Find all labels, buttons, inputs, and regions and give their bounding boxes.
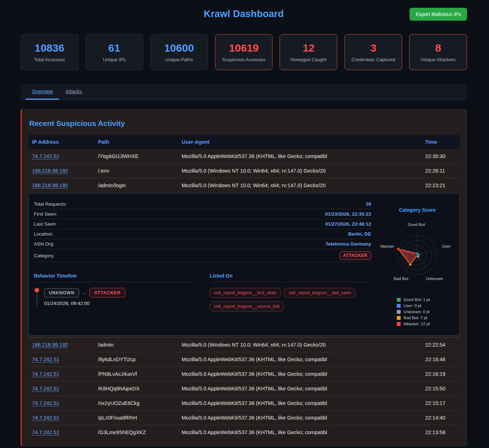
column-header-user-agent: User-Agent	[178, 135, 422, 149]
path-cell: /G3Lme9ShEQgXKZ	[94, 425, 178, 439]
category-row: Category: ATTACKER	[34, 249, 371, 262]
panel-title: Recent Suspicious Activity	[29, 119, 460, 128]
category-label: Category:	[34, 253, 55, 258]
tab-attacks[interactable]: Attacks	[59, 84, 88, 100]
behavior-timeline-title: Behavior Timeline	[34, 273, 196, 282]
stat-label: Credentials Captured	[352, 57, 395, 62]
table-row: 74.7.242.51/nx2yUOZuE6CkgMozilla/5.0 App…	[28, 396, 460, 410]
timeline-to-badge: ATTACKER	[89, 288, 125, 297]
legend-item: Attacker: 12 pt	[397, 322, 454, 326]
ip-cell: 74.7.242.51	[28, 425, 94, 439]
behavior-timeline-section: Behavior Timeline UNKNOWN → ATTACKER	[34, 273, 196, 311]
ip-cell: 74.7.242.51	[28, 411, 94, 425]
time-cell: 22:15:17	[422, 396, 460, 410]
stats-row: 10836Total Accesses61Unique IPs10600Uniq…	[21, 34, 467, 70]
field-label: ASN Org:	[34, 241, 54, 247]
ip-link[interactable]: 74.7.242.51	[32, 400, 59, 406]
table-row: 188.218.99.192/.envMozilla/5.0 (Windows …	[28, 163, 460, 178]
field-value: 01/23/2026, 22:35:23	[325, 211, 371, 217]
ip-cell: 74.7.242.51	[28, 381, 94, 396]
ip-link[interactable]: 74.7.242.51	[32, 415, 59, 421]
legend-item: Good Bot: 1 pt	[397, 297, 454, 302]
tab-overview[interactable]: Overview	[26, 84, 59, 100]
ip-link[interactable]: 74.7.242.51	[32, 429, 59, 435]
ip-link[interactable]: 188.218.99.192	[32, 342, 68, 348]
table-rows-after: 188.218.99.192/adminMozilla/5.0 (Windows…	[28, 337, 460, 439]
legend-item: Bad Bot: 7 pt	[397, 316, 454, 320]
column-header-path: Path	[94, 135, 178, 149]
ip-link[interactable]: 188.218.99.192	[32, 183, 68, 188]
arrow-right-icon: →	[82, 290, 87, 295]
stat-label: Total Accesses	[34, 57, 65, 62]
stat-value: 3	[370, 42, 376, 54]
column-header-ip-address: IP Address	[28, 135, 94, 149]
column-header-time: Time	[422, 135, 460, 149]
user-agent-cell: Mozilla/5.0 (Windows NT 10.0; Win64; x64…	[178, 338, 422, 352]
detail-left-column: Total Requests:39First Seen:01/23/2026, …	[34, 199, 380, 326]
table-rows-before: 74.7.242.51/YiqykGI13WHXEMozilla/5.0 App…	[28, 149, 460, 193]
table-row: 74.7.242.51/G3Lme9ShEQgXKZMozilla/5.0 Ap…	[28, 425, 460, 439]
category-attacker-badge: ATTACKER	[339, 251, 371, 260]
user-agent-cell: Mozilla/5.0 AppleWebKit/537.36 (KHTML, l…	[178, 425, 422, 439]
stat-card-honeypot-caught: 12Honeypot Caught	[280, 34, 337, 70]
user-agent-cell: Mozilla/5.0 (Windows NT 10.0; Win64; x64…	[178, 164, 422, 178]
time-cell: 22:13:58	[422, 425, 460, 439]
path-cell: /8ykdLnDYTi2cp	[94, 352, 178, 367]
ip-link[interactable]: 74.7.242.51	[32, 386, 59, 391]
legend-label: Bad Bot: 7 pt	[404, 316, 427, 320]
ip-cell: 188.218.99.192	[28, 178, 94, 193]
table-row: 188.218.99.192/admin/loginMozilla/5.0 (W…	[28, 178, 460, 193]
ip-cell: 74.7.242.51	[28, 149, 94, 163]
detail-field-row: Location:Berlin, DE	[34, 229, 371, 239]
detail-field-row: Last Seen:01/27/2026, 22:48:12	[34, 219, 371, 229]
path-cell: /pLz0Fnua9fRhH	[94, 411, 178, 425]
table-row: 74.7.242.51/pLz0Fnua9fRhHMozilla/5.0 App…	[28, 410, 460, 425]
ip-link[interactable]: 74.7.242.51	[32, 371, 59, 377]
timeline-marker	[35, 288, 39, 306]
ip-cell: 74.7.242.51	[28, 367, 94, 381]
stat-label: Unique IPs	[103, 57, 126, 62]
legend-label: User: 0 pt	[404, 304, 421, 308]
path-cell: /.env	[94, 164, 178, 178]
ip-cell: 74.7.242.51	[28, 396, 94, 410]
path-cell: /PN9LvAcJ4uoVf	[94, 367, 178, 381]
chart-legend: Good Bot: 1 ptUser: 0 ptUnknown: 0 ptBad…	[397, 297, 454, 326]
stat-label: Suspicious Accesses	[222, 57, 265, 62]
listed-on-badge: cidr_report_bogons__source_link	[210, 301, 284, 311]
ip-cell: 188.218.99.192	[28, 164, 94, 178]
field-value: 01/27/2026, 22:48:12	[325, 221, 371, 227]
legend-swatch-icon	[397, 322, 401, 326]
user-agent-cell: Mozilla/5.0 (Windows NT 10.0; Win64; x64…	[178, 178, 422, 193]
radar-axis-label: User	[442, 244, 451, 248]
listed-on-badge: cidr_report_bogons__last_seen	[284, 288, 355, 298]
field-value: Telefonica Germany	[326, 241, 371, 247]
detail-fields: Total Requests:39First Seen:01/23/2026, …	[34, 199, 371, 249]
ip-link[interactable]: 74.7.242.51	[32, 153, 59, 159]
stat-card-suspicious-accesses: 10619Suspicious Accesses	[215, 34, 273, 70]
timeline-timestamp: 01/24/2026, 09:42:00	[44, 301, 125, 306]
path-cell: /admin/login	[94, 178, 178, 193]
field-label: Total Requests:	[34, 201, 67, 207]
legend-label: Unknown: 0 pt	[404, 310, 430, 314]
path-cell: /admin	[94, 338, 178, 352]
tab-bar: OverviewAttacks	[21, 84, 467, 100]
table-row: 188.218.99.192/adminMozilla/5.0 (Windows…	[28, 337, 460, 352]
ip-cell: 188.218.99.192	[28, 338, 94, 352]
table-row: 74.7.242.51/8ykdLnDYTi2cpMozilla/5.0 App…	[28, 352, 460, 367]
user-agent-cell: Mozilla/5.0 AppleWebKit/537.36 (KHTML, l…	[178, 396, 422, 410]
user-agent-cell: Mozilla/5.0 AppleWebKit/537.36 (KHTML, l…	[178, 149, 422, 163]
stat-card-unique-paths: 10600Unique Paths	[150, 34, 208, 70]
user-agent-cell: Mozilla/5.0 AppleWebKit/537.36 (KHTML, l…	[178, 381, 422, 396]
ip-detail-card: Total Requests:39First Seen:01/23/2026, …	[28, 193, 460, 336]
time-cell: 22:35:30	[422, 149, 460, 163]
table-row: 74.7.242.51/PN9LvAcJ4uoVfMozilla/5.0 App…	[28, 367, 460, 381]
ip-cell: 74.7.242.51	[28, 352, 94, 367]
ip-link[interactable]: 74.7.242.51	[32, 357, 59, 362]
time-cell: 22:22:54	[422, 338, 460, 352]
legend-label: Attacker: 12 pt	[404, 322, 430, 326]
export-malicious-ips-button[interactable]: Export Malicious IPs	[410, 8, 467, 21]
stat-value: 10619	[229, 42, 259, 54]
category-score-radar-chart: Good BotUserUnknownBad BotAttacker	[380, 215, 454, 287]
ip-link[interactable]: 188.218.99.192	[32, 168, 68, 174]
timeline-from-badge: UNKNOWN	[44, 288, 79, 297]
